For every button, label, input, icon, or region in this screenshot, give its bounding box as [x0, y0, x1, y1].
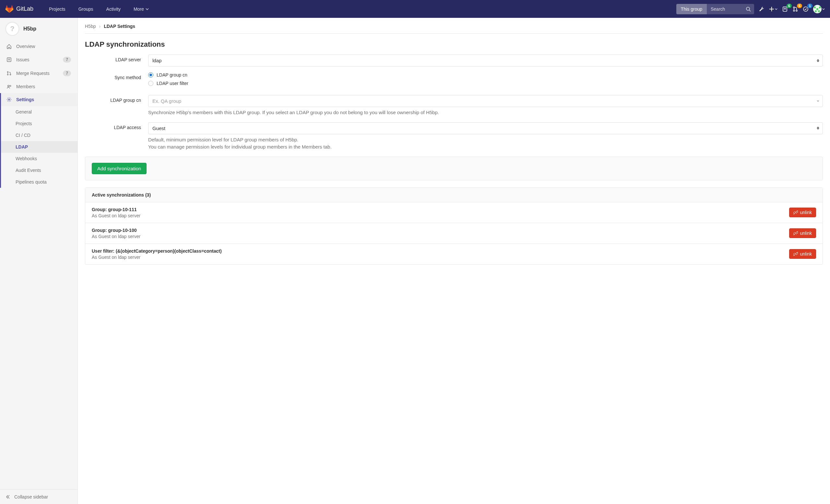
sync-row-sub: As Guest on ldap server [92, 255, 222, 260]
sidebar-item-label: Settings [16, 97, 34, 102]
brand-text: GitLab [16, 5, 33, 12]
sidebar-sub-general[interactable]: General [1, 106, 77, 118]
breadcrumb: H5bp › LDAP Settings [85, 24, 823, 34]
button-bar: Add synchronization [85, 157, 823, 180]
svg-point-15 [8, 85, 9, 87]
nav-groups[interactable]: Groups [73, 0, 99, 18]
sidebar-item-label: Merge Requests [16, 71, 50, 76]
nav-projects[interactable]: Projects [44, 0, 71, 18]
sidebar-item-merge-requests[interactable]: Merge Requests 7 [0, 66, 77, 80]
unlink-button[interactable]: unlink [789, 249, 816, 259]
sync-row-info: Group: group-10-111 As Guest on ldap ser… [92, 207, 140, 218]
unlink-label: unlink [800, 230, 812, 236]
admin-wrench-icon[interactable] [759, 6, 765, 12]
sidebar-issues-count: 7 [63, 57, 71, 63]
sidebar-item-overview[interactable]: Overview [0, 40, 77, 53]
breadcrumb-sep: › [99, 24, 100, 29]
sidebar-item-label: Overview [16, 44, 35, 49]
sidebar: ? H5bp Overview Issues 7 Merge Requests … [0, 18, 78, 504]
todos-icon[interactable]: 1 [803, 6, 808, 12]
ldap-server-value: ldap [152, 58, 161, 63]
radio-icon [148, 81, 153, 86]
unlink-icon [793, 231, 798, 235]
breadcrumb-root[interactable]: H5bp [85, 24, 96, 29]
merge-requests-icon[interactable]: 6 [792, 6, 798, 12]
collapse-icon [6, 495, 10, 499]
mrs-badge: 6 [797, 4, 802, 8]
svg-line-1 [749, 10, 751, 11]
group-avatar: ? [5, 22, 20, 36]
help-access-line2: You can manage permission levels for ind… [148, 144, 823, 151]
radio-group-cn[interactable]: LDAP group cn [148, 72, 823, 77]
add-synchronization-button[interactable]: Add synchronization [92, 163, 147, 174]
avatar [813, 5, 822, 13]
logo[interactable]: GitLab [5, 5, 33, 13]
svg-point-13 [7, 74, 8, 75]
top-navbar: GitLab Projects Groups Activity More Thi… [0, 0, 830, 18]
select-caret-icon [817, 59, 819, 62]
help-access-line1: Default, minimum permission level for LD… [148, 136, 823, 144]
chevron-down-icon [817, 100, 819, 102]
collapse-label: Collapse sidebar [14, 494, 48, 500]
sidebar-sub-projects[interactable]: Projects [1, 118, 77, 129]
navbar-left: GitLab Projects Groups Activity More [5, 0, 154, 18]
sidebar-item-members[interactable]: Members [0, 80, 77, 93]
unlink-button[interactable]: unlink [789, 228, 816, 238]
ldap-group-cn-combobox[interactable]: Ex. QA group [148, 95, 823, 107]
svg-point-12 [7, 71, 8, 72]
search-scope[interactable]: This group [676, 4, 707, 14]
sidebar-sub-webhooks[interactable]: Webhooks [1, 153, 77, 164]
unlink-icon [793, 252, 798, 256]
sidebar-settings-subnav: General Projects CI / CD LDAP Webhooks A… [0, 106, 77, 188]
sync-row-sub: As Guest on ldap server [92, 234, 140, 239]
radio-user-filter[interactable]: LDAP user filter [148, 81, 823, 86]
issues-icon[interactable]: 6 [782, 6, 788, 12]
user-menu[interactable] [813, 5, 825, 13]
sidebar-sub-pipelines-quota[interactable]: Pipelines quota [1, 176, 77, 188]
issues-badge: 6 [787, 4, 792, 8]
create-plus-icon[interactable] [769, 6, 777, 12]
merge-request-icon [6, 71, 12, 76]
navbar-right: This group 6 6 1 [676, 4, 825, 14]
sidebar-item-settings[interactable]: Settings [0, 93, 77, 106]
svg-point-7 [796, 10, 797, 11]
sidebar-sub-audit-events[interactable]: Audit Events [1, 164, 77, 176]
sync-row-title: Group: group-10-111 [92, 207, 140, 212]
nav-activity[interactable]: Activity [101, 0, 126, 18]
active-sync-header: Active synchronizations (3) [85, 188, 823, 202]
sidebar-item-issues[interactable]: Issues 7 [0, 53, 77, 66]
group-name: H5bp [23, 26, 36, 32]
row-ldap-group-cn: LDAP group cn Ex. QA group Synchronize H… [85, 95, 823, 117]
unlink-button[interactable]: unlink [789, 208, 816, 217]
svg-rect-9 [7, 58, 11, 62]
sync-row: Group: group-10-111 As Guest on ldap ser… [85, 202, 823, 223]
svg-point-14 [10, 74, 11, 75]
sidebar-header[interactable]: ? H5bp [0, 18, 77, 40]
help-group-cn: Synchronize H5bp's members with this LDA… [148, 109, 823, 117]
search-icon[interactable] [746, 6, 751, 12]
unlink-icon [793, 210, 798, 215]
sidebar-sub-ldap[interactable]: LDAP [1, 141, 77, 153]
svg-point-5 [793, 7, 795, 8]
sync-row: Group: group-10-100 As Guest on ldap ser… [85, 223, 823, 244]
nav-more[interactable]: More [128, 0, 154, 18]
sidebar-sub-cicd[interactable]: CI / CD [1, 129, 77, 141]
sync-row-title: Group: group-10-100 [92, 228, 140, 233]
gear-icon [6, 97, 12, 102]
ldap-access-select[interactable]: Guest [148, 122, 823, 134]
nav-groups-label: Groups [78, 6, 93, 12]
label-sync-method: Sync method [85, 72, 148, 89]
sync-row-info: Group: group-10-100 As Guest on ldap ser… [92, 228, 140, 239]
svg-point-0 [746, 7, 749, 10]
row-sync-method: Sync method LDAP group cn LDAP user filt… [85, 72, 823, 89]
collapse-sidebar[interactable]: Collapse sidebar [0, 490, 77, 504]
label-ldap-group-cn: LDAP group cn [85, 95, 148, 117]
nav-projects-label: Projects [49, 6, 65, 12]
chevron-down-icon [822, 8, 825, 10]
ldap-server-select[interactable]: ldap [148, 55, 823, 66]
page-title: LDAP synchronizations [85, 40, 823, 49]
radio-label: LDAP user filter [157, 81, 188, 86]
nav-activity-label: Activity [106, 6, 121, 12]
sync-row-sub: As Guest on ldap server [92, 213, 140, 218]
search-box: This group [676, 4, 754, 14]
